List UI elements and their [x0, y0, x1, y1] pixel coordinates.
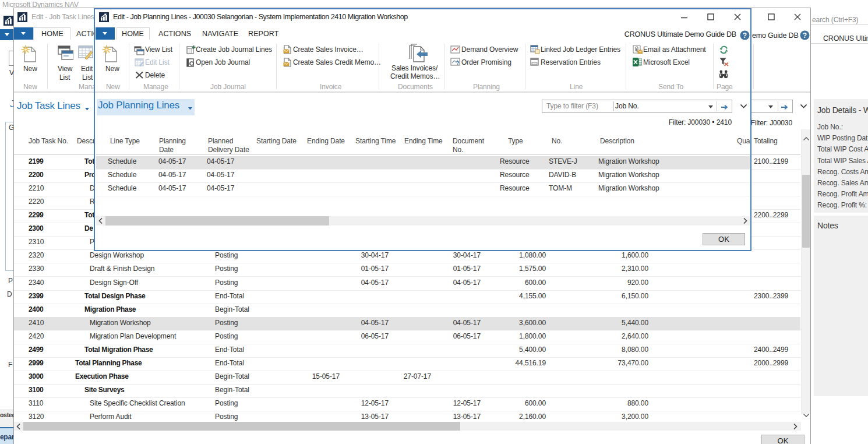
svg-text:?: ? [803, 31, 807, 40]
svg-text:?: ? [743, 31, 747, 40]
svg-text:?: ? [456, 60, 460, 66]
